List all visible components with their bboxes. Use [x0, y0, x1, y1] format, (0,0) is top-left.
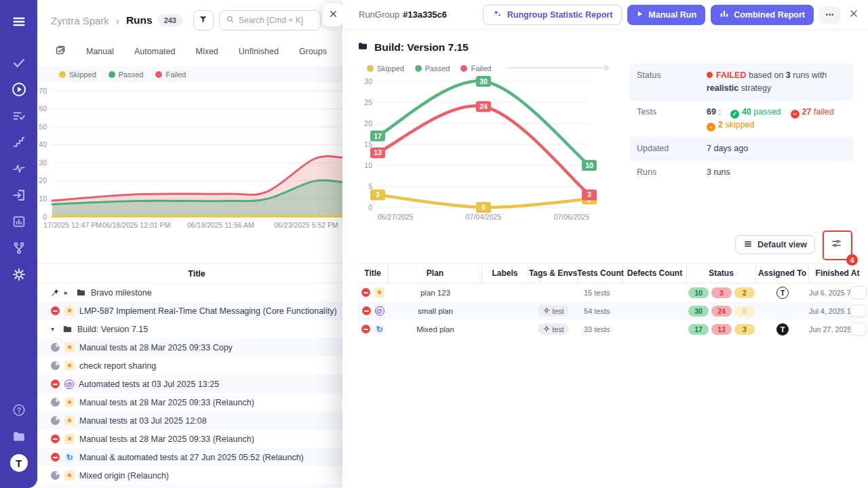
legend-skipped[interactable]: Skipped	[59, 70, 96, 79]
automated-origin-icon: @	[375, 306, 384, 316]
column-tests-count[interactable]: Tests Count	[578, 264, 623, 283]
run-row[interactable]: ▸ Bravo milestone	[37, 283, 356, 302]
table-row[interactable]: * plan 123 15 tests 10 3 2 T Jul 6, 2025…	[357, 283, 853, 302]
rungroup-title: Build: Version 7.15	[357, 41, 853, 54]
combined-report-button[interactable]: Combined Report	[711, 5, 814, 25]
sparkles-icon	[492, 9, 502, 21]
help-icon[interactable]: ?	[7, 398, 31, 422]
filter-button[interactable]	[193, 10, 214, 30]
column-status[interactable]: Status	[687, 264, 756, 283]
plan-cell[interactable]: small plan	[389, 307, 482, 315]
svg-text:07/04/2025: 07/04/2025	[466, 213, 502, 221]
legend-dot	[415, 65, 422, 72]
trend-arrow-icon	[506, 62, 614, 75]
search-input[interactable]	[239, 16, 314, 25]
row-action-button[interactable]	[850, 304, 867, 317]
pulse-icon[interactable]	[7, 157, 31, 181]
skipped-pill: 0	[734, 306, 755, 317]
avatar[interactable]: T	[776, 287, 789, 299]
projects-folder-icon[interactable]	[7, 424, 31, 449]
svg-text:3: 3	[587, 190, 591, 199]
select-all-icon[interactable]	[55, 45, 66, 58]
table-row[interactable]: @ small plan test 54 tests 30 24 0 Jul 4…	[357, 302, 853, 320]
tests-icon[interactable]	[7, 51, 31, 75]
svg-text:0: 0	[368, 203, 372, 211]
runs-icon[interactable]	[7, 77, 31, 102]
rungroup-chart-card: SkippedPassedFailed 05101520253006/27/20…	[357, 56, 623, 228]
column-defects-count[interactable]: Defects Count	[623, 264, 687, 283]
run-row[interactable]: @ Automated tests at 03 Jul 2025 13:25	[37, 375, 356, 393]
rungroup-statistic-report-button[interactable]: Rungroup Statistic Report	[483, 5, 623, 25]
app-logo[interactable]: T	[7, 451, 31, 475]
search-box[interactable]	[219, 10, 321, 30]
test-plans-icon[interactable]	[7, 104, 31, 128]
row-action-button[interactable]	[850, 323, 867, 336]
drawer-edge-close-button[interactable]	[323, 3, 343, 26]
run-row[interactable]: ▾ Build: Version 7.15	[37, 320, 356, 338]
run-row[interactable]: ↻ Manual & automated tests at 27 Jun 202…	[37, 448, 356, 466]
default-view-button[interactable]: Default view	[735, 235, 815, 254]
plan-cell[interactable]: plan 123	[389, 289, 482, 297]
avatar[interactable]: T	[776, 323, 789, 336]
tab-automated[interactable]: Automated	[134, 47, 175, 56]
column-plan[interactable]: Plan	[389, 264, 482, 283]
imports-icon[interactable]	[7, 183, 31, 207]
passed-pill: 17	[688, 324, 709, 335]
caret-down-icon[interactable]: ▾	[51, 325, 58, 333]
run-row[interactable]: * check report sharing	[37, 357, 356, 375]
finished-status-icon	[51, 343, 60, 352]
steps-icon[interactable]	[7, 130, 31, 155]
column-title[interactable]: Title	[357, 264, 389, 283]
runs-page-header: Zyntra Spark › Runs 243	[37, 0, 356, 38]
folder-icon	[357, 41, 368, 54]
run-row[interactable]: *	[37, 485, 356, 488]
caret-right-icon[interactable]: ▸	[64, 289, 71, 296]
run-row[interactable]: * LMP-587 Implement Real-Time Chat Messa…	[37, 302, 356, 320]
branches-icon[interactable]	[7, 236, 31, 260]
more-actions-button[interactable]: •••	[819, 6, 841, 24]
runs-list-header: Title	[37, 263, 356, 283]
tags-cell: test	[528, 323, 578, 335]
column-finished-at[interactable]: Finished At	[809, 264, 866, 283]
legend-skipped[interactable]: Skipped	[367, 64, 404, 73]
run-row[interactable]: * Manual tests at 28 Mar 2025 09:33 (Rel…	[37, 430, 356, 448]
assigned-cell: T	[756, 323, 809, 336]
manual-run-button[interactable]: Manual Run	[627, 5, 705, 25]
run-row[interactable]: * Mixed origin (Relaunch)	[37, 466, 356, 485]
run-row[interactable]: * Manual tests at 03 Jul 2025 12:08	[37, 411, 356, 430]
legend-passed[interactable]: Passed	[108, 70, 144, 79]
drawer-close-button[interactable]	[849, 9, 859, 20]
passed-pill: 30	[688, 306, 709, 317]
run-row[interactable]: * Manual tests at 28 Mar 2025 09:33 Copy	[37, 338, 356, 357]
column-labels[interactable]: Labels	[482, 264, 528, 283]
svg-text:?: ?	[16, 407, 20, 414]
legend-passed[interactable]: Passed	[415, 64, 450, 73]
settings-gear-icon[interactable]	[7, 262, 31, 287]
legend-failed[interactable]: Failed	[155, 70, 186, 79]
breadcrumb-project[interactable]: Zyntra Spark	[51, 15, 109, 26]
chart-legend: SkippedPassedFailed	[37, 66, 356, 83]
finished-status-icon	[51, 361, 60, 370]
rungroup-details: Status FAILED based on 3 runs with reali…	[630, 64, 853, 228]
analytics-icon[interactable]	[7, 209, 31, 234]
svg-text:5: 5	[368, 182, 372, 190]
manual-origin-icon: *	[64, 397, 75, 407]
table-row[interactable]: ↻ Mixed plan test 33 tests 17 13 3 T Jun…	[357, 320, 853, 338]
tag-pill[interactable]: test	[538, 305, 570, 317]
plan-cell[interactable]: Mixed plan	[389, 325, 482, 333]
run-row[interactable]: * Manual tests at 28 Mar 2025 09:33 (Rel…	[37, 393, 356, 411]
tag-pill[interactable]: test	[538, 323, 570, 335]
tab-manual[interactable]: Manual	[86, 47, 114, 56]
row-action-button[interactable]	[850, 286, 867, 299]
table-settings-button[interactable]	[825, 235, 848, 255]
svg-text:70: 70	[39, 87, 47, 95]
svg-text:0: 0	[43, 213, 47, 221]
tab-unfinished[interactable]: Unfinished	[239, 47, 279, 56]
bar-chart-icon	[719, 9, 729, 20]
legend-failed[interactable]: Failed	[460, 64, 491, 73]
column-assigned-to[interactable]: Assigned To	[756, 264, 809, 283]
tab-mixed[interactable]: Mixed	[195, 47, 218, 56]
menu-icon[interactable]	[7, 9, 31, 34]
column-tags-envs[interactable]: Tags & Envs	[528, 264, 578, 283]
tab-groups[interactable]: Groups	[299, 47, 327, 56]
